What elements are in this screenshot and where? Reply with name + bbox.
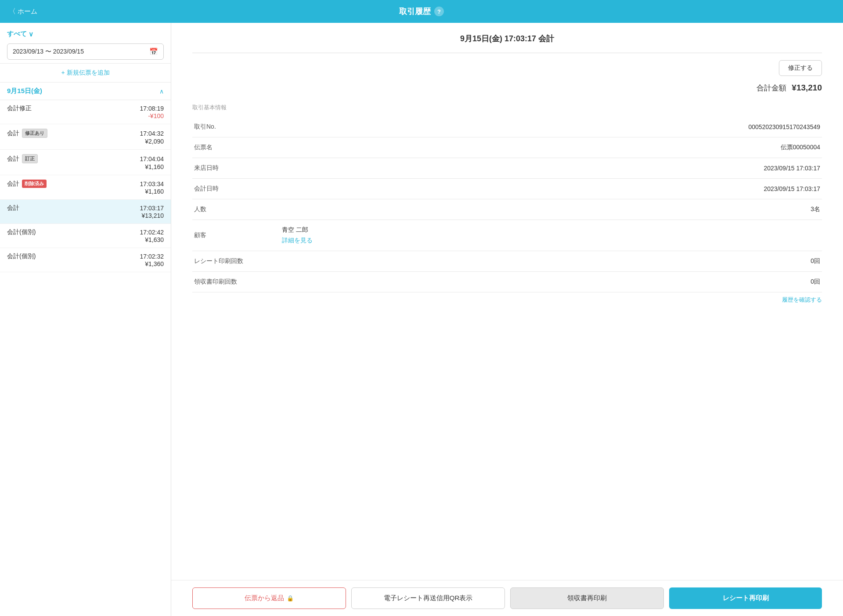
back-button[interactable]: 〈 ホーム xyxy=(9,7,37,16)
transaction-time: 17:02:32 xyxy=(140,253,164,260)
receipt-reprint-button[interactable]: 領収書再印刷 xyxy=(510,587,664,609)
transaction-name: 会計 訂正 xyxy=(7,154,38,163)
print-fields: レシート印刷回数 0回 領収書印刷回数 0回 xyxy=(192,251,822,292)
info-label: 伝票名 xyxy=(192,137,280,158)
total-label: 合計金額 xyxy=(757,84,786,92)
info-label: 顧客 xyxy=(192,220,280,251)
back-label: ホーム xyxy=(18,7,37,16)
modify-button[interactable]: 修正する xyxy=(779,60,822,76)
calendar-icon: 📅 xyxy=(149,47,158,56)
help-icon[interactable]: ? xyxy=(434,7,444,16)
sidebar: すべて ∨ 2023/09/13 〜 2023/09/15 📅 + 新規伝票を追… xyxy=(0,23,171,616)
print-row: レシート印刷回数 0回 xyxy=(192,251,822,272)
filter-label: すべて xyxy=(7,30,27,38)
content-title: 9月15日(金) 17:03:17 会計 xyxy=(192,33,822,44)
transaction-time: 17:02:42 xyxy=(140,229,164,236)
transaction-list-container: 会計修正 17:08:19 -¥100 会計 修正あり 17:04:32 ¥2,… xyxy=(0,100,171,272)
content-panel: 9月15日(金) 17:03:17 会計 修正する 合計金額 ¥13,210 取… xyxy=(171,23,843,616)
transaction-item[interactable]: 会計 17:03:17 ¥13,210 xyxy=(0,200,171,224)
info-row: 顧客 青空 二郎 詳細を見る xyxy=(192,220,822,251)
transaction-time: 17:08:19 xyxy=(140,105,164,112)
qr-button[interactable]: 電子レシート再送信用QR表示 xyxy=(351,587,505,609)
info-row: 伝票名 伝票00050004 xyxy=(192,137,822,158)
page-title: 取引履歴 ? xyxy=(399,6,444,17)
info-value: 000520230915170243549 xyxy=(280,117,822,137)
transaction-time: 17:04:04 xyxy=(140,155,164,162)
info-value: 伝票00050004 xyxy=(280,137,822,158)
transaction-time: 17:03:34 xyxy=(140,180,164,187)
transaction-name: 会計(個別) xyxy=(7,252,36,260)
info-value: 2023/09/15 17:03:17 xyxy=(280,179,822,199)
transaction-name: 会計 修正あり xyxy=(7,129,47,138)
total-amount: ¥13,210 xyxy=(792,83,822,92)
transaction-amount: ¥1,160 xyxy=(145,188,164,195)
print-label: レシート印刷回数 xyxy=(192,251,280,272)
info-label: 会計日時 xyxy=(192,179,280,199)
footer-buttons: 伝票から返品 🔒 電子レシート再送信用QR表示 領収書再印刷 レシート再印刷 xyxy=(171,580,843,616)
header: 〈 ホーム 取引履歴 ? xyxy=(0,0,843,23)
transaction-amount: ¥1,160 xyxy=(145,163,164,170)
modify-btn-row: 修正する xyxy=(192,60,822,76)
transaction-item[interactable]: 会計 修正あり 17:04:32 ¥2,090 xyxy=(0,124,171,150)
content-inner: 9月15日(金) 17:03:17 会計 修正する 合計金額 ¥13,210 取… xyxy=(171,23,843,580)
filter-all-button[interactable]: すべて ∨ xyxy=(7,30,164,38)
print-value: 0回 xyxy=(280,272,822,292)
total-row: 合計金額 ¥13,210 xyxy=(192,83,822,93)
detail-link[interactable]: 詳細を見る xyxy=(282,234,313,245)
print-label: 領収書印刷回数 xyxy=(192,272,280,292)
history-link[interactable]: 履歴を確認する xyxy=(192,292,822,307)
reprint-button[interactable]: レシート再印刷 xyxy=(669,587,822,609)
transaction-item[interactable]: 会計 訂正 17:04:04 ¥1,160 xyxy=(0,150,171,175)
print-table: レシート印刷回数 0回 領収書印刷回数 0回 xyxy=(192,251,822,292)
transaction-badge: 削除済み xyxy=(22,180,47,188)
transaction-amount: ¥1,630 xyxy=(145,236,164,243)
transaction-item[interactable]: 会計(個別) 17:02:32 ¥1,360 xyxy=(0,248,171,272)
back-chevron-icon: 〈 xyxy=(9,7,16,16)
transaction-item[interactable]: 会計(個別) 17:02:42 ¥1,630 xyxy=(0,224,171,248)
info-label: 取引No. xyxy=(192,117,280,137)
print-value: 0回 xyxy=(280,251,822,272)
main-layout: すべて ∨ 2023/09/13 〜 2023/09/15 📅 + 新規伝票を追… xyxy=(0,23,843,616)
transaction-amount: ¥13,210 xyxy=(141,212,164,219)
info-row: 会計日時 2023/09/15 17:03:17 xyxy=(192,179,822,199)
print-row: 領収書印刷回数 0回 xyxy=(192,272,822,292)
date-range-picker[interactable]: 2023/09/13 〜 2023/09/15 📅 xyxy=(7,43,164,60)
transaction-amount: -¥100 xyxy=(148,112,164,119)
collapse-icon: ∧ xyxy=(159,88,164,95)
info-label: 人数 xyxy=(192,199,280,220)
info-row: 取引No. 000520230915170243549 xyxy=(192,117,822,137)
sidebar-filter: すべて ∨ 2023/09/13 〜 2023/09/15 📅 xyxy=(0,23,171,64)
date-group-title: 9月15日(金) xyxy=(7,87,42,95)
transaction-amount: ¥2,090 xyxy=(145,138,164,145)
info-row: 人数 3名 xyxy=(192,199,822,220)
add-new-button[interactable]: + 新規伝票を追加 xyxy=(0,64,171,83)
return-label: 伝票から返品 xyxy=(245,594,284,602)
transaction-time: 17:04:32 xyxy=(140,130,164,137)
content-divider xyxy=(192,53,822,53)
info-value: 3名 xyxy=(280,199,822,220)
transaction-item[interactable]: 会計 削除済み 17:03:34 ¥1,160 xyxy=(0,175,171,200)
date-range-text: 2023/09/13 〜 2023/09/15 xyxy=(13,48,84,56)
transaction-amount: ¥1,360 xyxy=(145,260,164,267)
return-button[interactable]: 伝票から返品 🔒 xyxy=(192,587,346,609)
info-row: 来店日時 2023/09/15 17:03:17 xyxy=(192,158,822,179)
filter-chevron-icon: ∨ xyxy=(29,30,33,38)
transaction-item[interactable]: 会計修正 17:08:19 -¥100 xyxy=(0,100,171,124)
transaction-badge: 訂正 xyxy=(22,154,38,163)
transaction-name: 会計 削除済み xyxy=(7,180,47,188)
info-label: 来店日時 xyxy=(192,158,280,179)
transaction-name: 会計 xyxy=(7,204,19,212)
info-value: 2023/09/15 17:03:17 xyxy=(280,158,822,179)
section-title: 取引基本情報 xyxy=(192,104,822,112)
date-group-header[interactable]: 9月15日(金) ∧ xyxy=(0,83,171,100)
transaction-list: 9月15日(金) ∧ 会計修正 17:08:19 -¥100 会計 修正あ xyxy=(0,83,171,616)
info-value: 青空 二郎 xyxy=(282,226,308,234)
transaction-name: 会計修正 xyxy=(7,104,32,112)
transaction-time: 17:03:17 xyxy=(140,205,164,212)
info-table: 取引No. 000520230915170243549 伝票名 伝票000500… xyxy=(192,117,822,251)
transaction-badge: 修正あり xyxy=(22,129,47,138)
transaction-name: 会計(個別) xyxy=(7,228,36,236)
lock-icon: 🔒 xyxy=(287,595,294,602)
